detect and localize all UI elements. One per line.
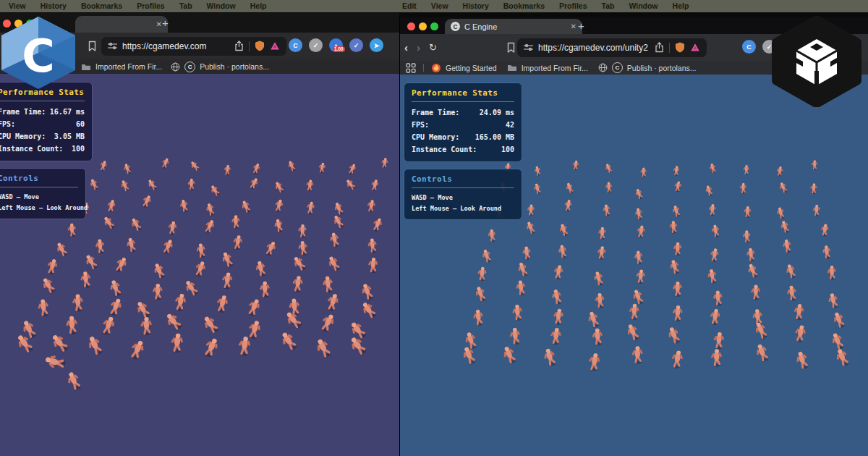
close-light[interactable] [407,22,415,30]
menu-item-bookmarks[interactable]: Bookmarks [74,0,129,12]
folder-icon [507,64,517,72]
left-active-tab[interactable]: ✕ [75,16,168,33]
crowd-figure [670,350,684,369]
new-tab-button[interactable]: + [578,19,584,31]
menu-item-profiles[interactable]: Profiles [552,0,595,12]
crowd-figure [595,293,605,309]
blue-c-extension-icon[interactable]: C [742,40,756,54]
crowd-figure [203,219,216,235]
crowd-figure [473,285,488,303]
bookmark-icon[interactable] [87,41,98,52]
menu-item-tab[interactable]: Tab [172,0,200,12]
zoom-light[interactable] [430,22,438,30]
publish-site-icon[interactable]: C [184,62,195,72]
bookmark-icon[interactable] [506,42,516,54]
right-3d-viewport[interactable]: Performance Stats Frame Time:24.09 msFPS… [400,75,868,456]
crowd-figure [273,180,285,194]
stat-label: CPU Memory: [412,131,459,143]
bookmark-getting-started[interactable]: Getting Started [446,64,497,72]
back-button[interactable]: ‹ [400,42,412,53]
shield-extension-icon[interactable] [675,42,685,53]
bookmark-publish[interactable]: Publish · portolans... [200,62,269,71]
tab-close-icon[interactable]: ✕ [571,22,576,30]
crowd-figure [596,246,606,261]
crowd-figure [591,328,603,346]
url-bar[interactable]: https://cgamedev.com [101,37,286,56]
right-active-tab[interactable]: C C Engine ✕ [445,19,582,34]
share-icon[interactable] [234,41,244,51]
left-3d-viewport[interactable]: Performance Stats Frame Time:16.67 msFPS… [0,74,399,456]
publish-site-icon[interactable]: C [612,62,623,73]
menu-item-view[interactable]: View [1,0,33,12]
crowd-figure [794,350,811,371]
menu-item-tab[interactable]: Tab [595,0,622,12]
crowd-figure [793,324,807,342]
crowd-figure [636,225,646,239]
url-text[interactable]: https://cgamedev.com [122,41,229,51]
menu-item-history[interactable]: History [456,0,496,12]
crowd-figure [318,162,326,174]
bookmark-imported[interactable]: Imported From Fir... [95,62,162,71]
menu-item-window[interactable]: Window [200,0,243,12]
crowd-figure [501,345,519,366]
menu-item-profiles[interactable]: Profiles [129,0,172,12]
crowd-figure [592,271,605,287]
crowd-figure [524,221,537,235]
url-text[interactable]: https://cgamedev.com/unity2 [538,43,650,53]
crowd-figure [331,214,346,230]
bookmark-publish[interactable]: Publish · portolans... [627,64,697,72]
crowd-figure [629,304,639,320]
site-settings-icon[interactable] [108,42,117,50]
gray-check-extension-icon[interactable]: ✓ [309,38,323,52]
url-bar[interactable]: https://cgamedev.com/unity2 [517,38,707,57]
menu-item-help[interactable]: Help [243,0,274,12]
crowd-figure [167,221,178,235]
crowd-figure [151,262,166,280]
menu-item-history[interactable]: History [33,0,74,12]
warning-triangle-icon[interactable] [270,41,280,51]
telegram-extension-icon[interactable]: ➤ [370,38,383,52]
menu-item-view[interactable]: View [424,0,456,12]
crowd-figure [634,188,644,200]
crowd-figure [344,178,357,192]
stat-label: Frame Time: [412,106,459,119]
crowd-figure [775,206,786,219]
crowd-figure [786,285,798,302]
crowd-figure [95,239,106,254]
crowd-figure [125,237,137,253]
price-extension-icon[interactable]: ▲1.00 [329,38,343,52]
globe-icon[interactable] [598,63,608,72]
crowd-figure [100,315,116,336]
crowd-figure [182,279,200,298]
crowd-figure [231,235,243,250]
bookmark-imported[interactable]: Imported From Fir... [522,64,588,72]
crowd-figure [134,300,153,321]
crowd-figure [371,217,384,233]
apps-grid-icon[interactable] [406,63,416,73]
tab-close-icon[interactable]: ✕ [156,20,162,28]
new-tab-button[interactable]: + [162,16,169,28]
shield-extension-icon[interactable] [255,41,265,51]
crowd-figure [48,332,71,355]
crowd-figure [604,163,614,174]
reload-button[interactable]: ↻ [425,42,441,53]
performance-stats-rows: Frame Time:24.09 msFPS:42CPU Memory:165.… [412,106,514,156]
menu-item-window[interactable]: Window [621,0,665,12]
stat-value: 42 [506,119,514,131]
menu-item-bookmarks[interactable]: Bookmarks [496,0,552,12]
share-icon[interactable] [655,42,664,53]
crowd-figure [509,327,522,345]
menu-item-edit[interactable]: Edit [395,0,424,12]
globe-icon[interactable] [171,62,180,72]
forward-button[interactable]: › [412,42,425,53]
blue-c-extension-icon[interactable]: C [289,38,302,52]
device-extension-icon[interactable]: ✓ [349,38,363,52]
site-settings-icon[interactable] [524,43,533,51]
crowd-figure [108,279,123,297]
crowd-figure [187,179,195,190]
minimize-light[interactable] [419,22,427,30]
crowd-figure [367,238,378,253]
menu-item-help[interactable]: Help [665,0,697,12]
tab-favicon: C [451,22,460,31]
warning-triangle-icon[interactable] [690,43,700,52]
